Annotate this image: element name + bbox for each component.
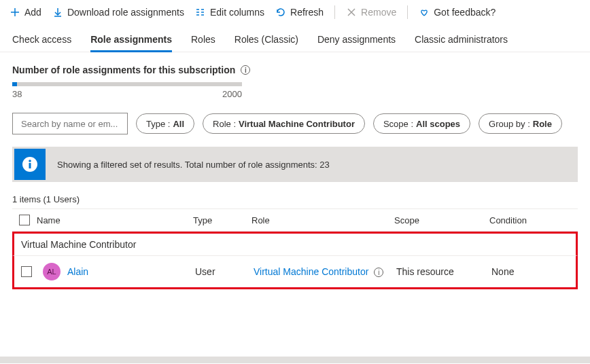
user-name-link[interactable]: Alain	[67, 266, 88, 277]
download-icon	[52, 7, 63, 18]
quota-bar	[12, 82, 242, 86]
svg-rect-14	[29, 163, 31, 168]
role-info-icon[interactable]: i	[374, 268, 383, 277]
edit-columns-button[interactable]: Edit columns	[195, 7, 264, 18]
columns-icon	[195, 7, 206, 18]
feedback-button[interactable]: Got feedback?	[419, 7, 496, 18]
info-bar-icon	[14, 149, 46, 180]
quota-current: 38	[12, 89, 22, 99]
quota-title-text: Number of role assignments for this subs…	[12, 65, 235, 75]
refresh-label: Refresh	[290, 7, 324, 18]
add-button[interactable]: Add	[10, 7, 41, 18]
filter-scope[interactable]: Scope : All scopes	[373, 113, 470, 134]
filter-type[interactable]: Type : All	[136, 113, 194, 134]
avatar: AL	[43, 263, 60, 280]
result-count: 1 items (1 Users)	[0, 182, 590, 208]
col-type[interactable]: Type	[193, 215, 251, 225]
toolbar-divider-2	[407, 5, 408, 19]
refresh-button[interactable]: Refresh	[275, 7, 324, 18]
quota-max: 2000	[222, 89, 242, 99]
edit-columns-label: Edit columns	[210, 7, 264, 18]
remove-icon	[346, 7, 357, 18]
tab-roles-classic[interactable]: Roles (Classic)	[235, 30, 298, 52]
tab-deny-assignments[interactable]: Deny assignments	[317, 30, 396, 52]
row-checkbox[interactable]	[21, 266, 32, 277]
remove-label: Remove	[361, 7, 396, 18]
table-header: Name Type Role Scope Condition	[12, 208, 578, 232]
heart-icon	[419, 7, 430, 18]
toolbar-divider	[334, 5, 335, 19]
download-label: Download role assignments	[67, 7, 184, 18]
search-input-wrapper[interactable]	[12, 113, 128, 134]
row-role-link[interactable]: Virtual Machine Contributor	[254, 266, 368, 277]
table-row: AL Alain User Virtual Machine Contributo…	[12, 255, 578, 289]
quota-title: Number of role assignments for this subs…	[12, 65, 578, 75]
info-icon[interactable]: i	[241, 65, 250, 75]
col-condition[interactable]: Condition	[489, 215, 578, 225]
search-input[interactable]	[20, 118, 120, 130]
col-name[interactable]: Name	[37, 215, 193, 225]
tab-role-assignments[interactable]: Role assignments	[90, 30, 172, 52]
filter-role[interactable]: Role : Virtual Machine Contributor	[203, 113, 365, 134]
col-role[interactable]: Role	[251, 215, 394, 225]
info-bar: Showing a filtered set of results. Total…	[12, 147, 578, 182]
filter-groupby[interactable]: Group by : Role	[479, 113, 562, 134]
info-bar-message: Showing a filtered set of results. Total…	[48, 160, 339, 170]
tab-bar: Check access Role assignments Roles Role…	[0, 26, 590, 52]
bottom-scrollbar-area	[0, 357, 590, 363]
select-all-checkbox[interactable]	[19, 215, 30, 225]
download-button[interactable]: Download role assignments	[52, 7, 184, 18]
svg-point-13	[29, 160, 31, 162]
row-type: User	[195, 266, 254, 277]
command-bar: Add Download role assignments Edit colum…	[0, 0, 590, 26]
plus-icon	[10, 7, 20, 18]
remove-button: Remove	[346, 7, 396, 18]
add-label: Add	[24, 7, 41, 18]
assignments-table: Name Type Role Scope Condition Virtual M…	[12, 208, 578, 289]
col-scope[interactable]: Scope	[394, 215, 489, 225]
refresh-icon	[275, 7, 286, 18]
tab-check-access[interactable]: Check access	[12, 30, 71, 52]
group-header: Virtual Machine Contributor	[12, 232, 578, 255]
row-condition: None	[491, 266, 576, 277]
row-scope: This resource	[396, 266, 491, 277]
feedback-label: Got feedback?	[434, 7, 496, 18]
tab-classic-admins[interactable]: Classic administrators	[415, 30, 508, 52]
tab-roles[interactable]: Roles	[191, 30, 215, 52]
